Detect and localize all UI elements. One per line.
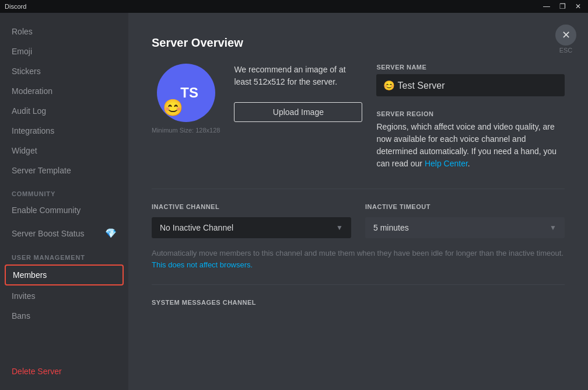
main-layout: Roles Emoji Stickers Moderation Audit Lo… xyxy=(0,13,588,390)
boost-icon: 💎 xyxy=(105,228,117,239)
sidebar: Roles Emoji Stickers Moderation Audit Lo… xyxy=(0,13,128,390)
help-center-link[interactable]: Help Center xyxy=(425,159,468,168)
upload-image-button[interactable]: Upload Image xyxy=(234,102,362,122)
inactive-timeout-value: 5 minutes xyxy=(373,223,409,232)
avatar-text: TS xyxy=(180,85,198,101)
inactive-highlight: This does not affect browsers. xyxy=(152,260,253,269)
sidebar-item-audit-log[interactable]: Audit Log xyxy=(5,102,124,120)
chevron-down-icon-2: ▼ xyxy=(550,224,556,232)
divider-2 xyxy=(152,284,565,285)
sidebar-item-members[interactable]: Members xyxy=(5,264,124,285)
sidebar-item-roles[interactable]: Roles xyxy=(5,22,124,41)
window-controls: — ❐ ✕ xyxy=(541,2,583,11)
server-overview-top: 😊 TS Minimum Size: 128x128 We recommend … xyxy=(152,64,565,170)
sidebar-item-bans[interactable]: Bans xyxy=(5,307,124,325)
server-name-label: SERVER NAME xyxy=(376,64,565,71)
chevron-down-icon: ▼ xyxy=(336,224,343,232)
server-right-fields: SERVER NAME SERVER REGION Regions, which… xyxy=(376,64,565,170)
sidebar-item-enable-community[interactable]: Enable Community xyxy=(5,201,124,220)
server-avatar: 😊 TS xyxy=(157,64,215,122)
inactive-section: INACTIVE CHANNEL No Inactive Channel ▼ I… xyxy=(152,203,565,238)
avatar-section: 😊 TS Minimum Size: 128x128 xyxy=(152,64,220,134)
inactive-timeout-label: INACTIVE TIMEOUT xyxy=(365,203,565,210)
community-section-label: COMMUNITY xyxy=(5,181,124,200)
inactive-timeout-dropdown[interactable]: 5 minutes ▼ xyxy=(365,217,565,238)
sidebar-item-server-template[interactable]: Server Template xyxy=(5,161,124,180)
sidebar-item-stickers[interactable]: Stickers xyxy=(5,62,124,81)
server-region-text: Regions, which affect voice and video qu… xyxy=(376,121,565,170)
inactive-description: Automatically move members to this chann… xyxy=(152,248,565,270)
system-messages-label: SYSTEM MESSAGES CHANNEL xyxy=(152,299,565,306)
esc-label: ESC xyxy=(559,47,573,54)
sidebar-item-emoji[interactable]: Emoji xyxy=(5,42,124,61)
inactive-channel-dropdown[interactable]: No Inactive Channel ▼ xyxy=(152,217,351,238)
close-icon: ✕ xyxy=(555,25,576,46)
page-title: Server Overview xyxy=(152,36,565,50)
title-bar: Discord — ❐ ✕ xyxy=(0,0,588,13)
sidebar-item-server-boost-status[interactable]: Server Boost Status 💎 xyxy=(5,223,124,243)
avatar-min-size: Minimum Size: 128x128 xyxy=(152,127,220,134)
esc-button[interactable]: ✕ ESC xyxy=(555,25,576,54)
user-management-section-label: USER MANAGEMENT xyxy=(5,245,124,263)
minimize-button[interactable]: — xyxy=(541,2,552,11)
avatar-emoji: 😊 xyxy=(163,98,183,117)
sidebar-item-invites[interactable]: Invites xyxy=(5,287,124,305)
sidebar-item-delete-server[interactable]: Delete Server xyxy=(5,362,124,381)
divider-1 xyxy=(152,189,565,189)
sidebar-item-integrations[interactable]: Integrations xyxy=(5,121,124,140)
sidebar-item-widget[interactable]: Widget xyxy=(5,141,124,160)
boost-label: Server Boost Status xyxy=(12,229,85,238)
close-button[interactable]: ✕ xyxy=(573,2,583,11)
app-title: Discord xyxy=(5,3,26,10)
sidebar-item-moderation[interactable]: Moderation xyxy=(5,82,124,100)
maximize-button[interactable]: ❐ xyxy=(557,2,568,11)
server-name-input[interactable] xyxy=(376,74,565,96)
inactive-timeout-col: INACTIVE TIMEOUT 5 minutes ▼ xyxy=(365,203,565,238)
inactive-channel-col: INACTIVE CHANNEL No Inactive Channel ▼ xyxy=(152,203,351,238)
server-region-label: SERVER REGION xyxy=(376,110,565,117)
content-area: ✕ ESC Server Overview 😊 TS Minimum Size:… xyxy=(128,13,588,390)
inactive-channel-label: INACTIVE CHANNEL xyxy=(152,203,351,210)
inactive-channel-value: No Inactive Channel xyxy=(160,223,233,232)
recommend-text: We recommend an image of at least 512x51… xyxy=(234,64,362,88)
